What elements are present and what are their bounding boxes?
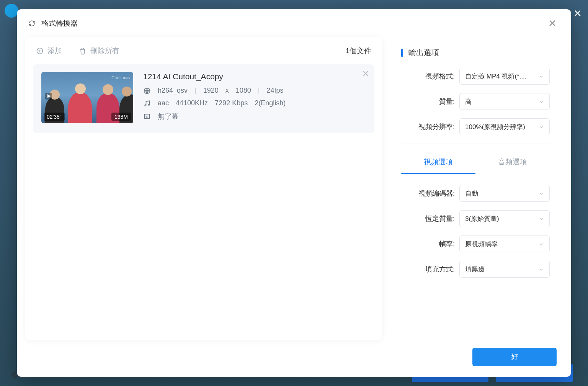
crf-label: 恆定質量:: [401, 214, 459, 223]
modal-title: 格式轉換器: [41, 18, 78, 28]
svg-point-3: [147, 88, 148, 89]
file-list-pane: 添加 刪除所有 1個文件 ✕ 02'38" 138M 1214 AI Cutou…: [25, 37, 382, 340]
app-close-icon[interactable]: ✕: [573, 8, 582, 20]
encoder-select[interactable]: 自動: [459, 185, 550, 202]
ok-button[interactable]: 好: [472, 348, 557, 366]
chevron-down-icon: [539, 216, 544, 221]
subtitle: 無字幕: [158, 112, 178, 121]
resolution-select[interactable]: 100%(原視頻分辨率): [459, 118, 550, 135]
bitrate: 7292 Kbps: [215, 99, 248, 107]
subtitle-icon: T: [143, 113, 151, 120]
music-icon: [143, 100, 151, 107]
file-item[interactable]: ✕ 02'38" 138M 1214 AI Cutout_Acopy h264_…: [33, 64, 374, 133]
add-file-button[interactable]: 添加: [36, 46, 62, 56]
format-converter-modal: 格式轉換器 ✕ 添加 刪除所有 1個文件 ✕ 02': [17, 9, 571, 377]
audio-track: 2(English): [255, 99, 286, 107]
film-icon: [143, 87, 151, 95]
modal-header: 格式轉換器 ✕: [17, 9, 571, 37]
delete-all-label: 刪除所有: [90, 46, 119, 56]
quality-select[interactable]: 高: [459, 93, 550, 110]
modal-footer: 好: [17, 340, 571, 377]
file-info: 1214 AI Cutout_Acopy h264_qsv | 1920 x 1…: [143, 72, 366, 126]
svg-text:T: T: [145, 115, 147, 119]
svg-point-7: [145, 105, 146, 106]
option-tabs: 視頻選項 音頻選項: [401, 153, 550, 173]
fps-label: 幀率:: [401, 239, 459, 249]
res-h: 1080: [236, 87, 251, 95]
file-count: 1個文件: [345, 46, 371, 56]
convert-icon: [28, 20, 35, 27]
svg-point-4: [149, 90, 150, 91]
pad-select[interactable]: 填黑邊: [459, 261, 550, 278]
pad-value: 填黑邊: [465, 265, 485, 274]
resolution-value: 100%(原視頻分辨率): [465, 123, 525, 131]
svg-point-1: [144, 88, 150, 93]
remove-file-button[interactable]: ✕: [362, 69, 369, 79]
tab-video-options[interactable]: 視頻選項: [401, 153, 475, 173]
svg-point-5: [147, 92, 148, 93]
video-format-value: 自定義 MP4 視頻(*....: [465, 72, 527, 81]
play-icon[interactable]: [45, 93, 52, 100]
tab-audio-options[interactable]: 音頻選項: [475, 153, 550, 173]
quality-label: 質量:: [401, 97, 459, 106]
resolution-label: 視頻分辨率:: [401, 122, 459, 131]
add-label: 添加: [47, 46, 62, 56]
video-thumbnail[interactable]: 02'38" 138M: [41, 72, 133, 123]
encoder-value: 自動: [465, 189, 478, 198]
svg-point-8: [148, 104, 149, 105]
crf-select[interactable]: 3(原始質量): [459, 210, 550, 227]
svg-point-2: [146, 90, 147, 91]
chevron-down-icon: [539, 241, 544, 247]
modal-close-button[interactable]: ✕: [545, 17, 560, 30]
output-options-pane: 輸出選項 視頻格式: 自定義 MP4 視頻(*.... 質量: 高 視頻分辨率:…: [384, 37, 563, 340]
res-w: 1920: [203, 87, 219, 95]
encoder-label: 視頻編碼器:: [401, 189, 459, 198]
duration-badge: 02'38": [44, 113, 65, 121]
sample-rate: 44100KHz: [176, 99, 208, 107]
video-codec: h264_qsv: [158, 87, 188, 95]
output-section-title: 輸出選項: [401, 47, 550, 58]
chevron-down-icon: [539, 99, 544, 104]
file-name: 1214 AI Cutout_Acopy: [143, 72, 366, 81]
chevron-down-icon: [539, 74, 544, 79]
chevron-down-icon: [539, 267, 544, 272]
video-format-label: 視頻格式:: [401, 72, 459, 81]
crf-value: 3(原始質量): [465, 214, 499, 223]
fps-value: 原視頻幀率: [465, 240, 498, 249]
fps: 24fps: [267, 87, 284, 95]
svg-point-6: [145, 90, 146, 91]
quality-value: 高: [465, 97, 472, 106]
audio-codec: aac: [158, 99, 169, 107]
filesize-badge: 138M: [111, 113, 131, 121]
delete-all-button[interactable]: 刪除所有: [79, 46, 119, 56]
chevron-down-icon: [539, 124, 544, 129]
res-x: x: [225, 87, 229, 95]
fps-select[interactable]: 原視頻幀率: [459, 236, 550, 252]
divider: [401, 144, 550, 144]
video-format-select[interactable]: 自定義 MP4 視頻(*....: [459, 68, 550, 85]
pad-label: 填充方式:: [401, 265, 459, 274]
chevron-down-icon: [539, 191, 544, 196]
